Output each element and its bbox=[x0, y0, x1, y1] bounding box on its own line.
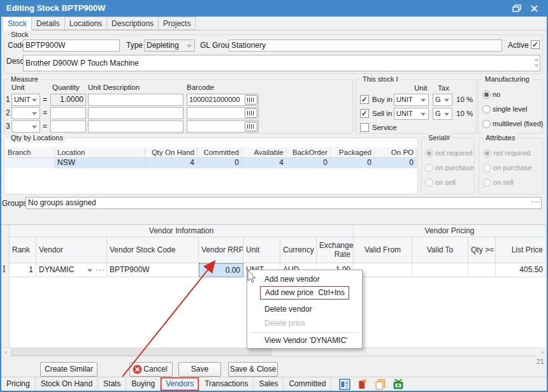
attributes-on-purchase-radio bbox=[483, 164, 491, 172]
tab-buying[interactable]: Buying bbox=[126, 377, 161, 391]
save-button[interactable]: Save bbox=[178, 362, 221, 377]
tab-details[interactable]: Details bbox=[32, 17, 65, 30]
menu-item-delete-vendor[interactable]: Delete vendor bbox=[247, 303, 361, 316]
manufacturing-single-level-label: single level bbox=[493, 105, 527, 113]
measure-quantity-header: Quantity bbox=[52, 83, 80, 91]
barcode-icon[interactable] bbox=[245, 95, 257, 105]
measure-quantity-field-3[interactable] bbox=[50, 120, 86, 133]
buy-in-checkbox[interactable]: ✓ bbox=[360, 95, 369, 104]
col-vendor: Vendor bbox=[36, 237, 107, 263]
vendor-row-rrp-selected-cell[interactable]: 0.00 bbox=[199, 263, 243, 277]
restore-window-icon[interactable] bbox=[512, 4, 521, 12]
cell-committed[interactable]: 0 bbox=[198, 158, 242, 168]
desc-field[interactable]: Brother D900W P Touch Machine bbox=[23, 55, 540, 71]
window-title: Editing Stock BPTP900W bbox=[6, 3, 105, 13]
menu-item-add-new-vendor[interactable]: Add new vendor bbox=[247, 273, 361, 286]
cell-location[interactable]: NSW bbox=[55, 158, 145, 168]
vendor-row-valid-to[interactable] bbox=[412, 263, 468, 277]
groups-field[interactable]: No groups assigned bbox=[25, 197, 542, 209]
tab-locations[interactable]: Locations bbox=[65, 17, 107, 30]
context-menu: Add new vendor Add new price Ctrl+Ins De… bbox=[247, 270, 363, 349]
scroll-left-icon[interactable]: ‹ bbox=[1, 348, 10, 356]
manufacturing-multilevel-radio[interactable] bbox=[482, 120, 491, 128]
vendor-more-icon[interactable]: ··· bbox=[96, 263, 105, 276]
type-select: Depleting bbox=[144, 40, 195, 52]
attributes-on-purchase-label: on purchase bbox=[493, 164, 532, 171]
measure-unit-select-3[interactable] bbox=[11, 120, 40, 133]
measure-unit-select-1[interactable]: UNIT bbox=[11, 94, 40, 106]
cell-branch[interactable] bbox=[5, 158, 55, 168]
tab-pricing[interactable]: Pricing bbox=[1, 377, 36, 391]
top-tab-strip: Stock Details Locations Descriptions Pro… bbox=[1, 17, 547, 31]
col-currency: Currency bbox=[280, 237, 317, 263]
cell-qty-on-hand[interactable]: 4 bbox=[145, 158, 198, 168]
gift-money-icon[interactable] bbox=[393, 379, 404, 390]
chevron-down-icon[interactable] bbox=[87, 269, 92, 272]
measure-unit-description-header: Unit Description bbox=[88, 83, 140, 91]
vendor-row-rank[interactable]: 1 bbox=[10, 263, 36, 277]
tab-transactions[interactable]: Transactions bbox=[199, 377, 254, 391]
manufacturing-no-radio[interactable] bbox=[482, 91, 491, 99]
measure-group-label: Measure bbox=[9, 75, 40, 84]
buy-tax-select[interactable]: G bbox=[433, 94, 452, 106]
serial-on-sell-label: on sell bbox=[435, 178, 456, 186]
sell-in-checkbox[interactable]: ✓ bbox=[360, 109, 369, 118]
menu-item-view-vendor[interactable]: View Vendor 'DYNAMIC' bbox=[247, 334, 361, 347]
tab-projects[interactable]: Projects bbox=[159, 17, 196, 30]
chevron-down-icon bbox=[187, 45, 192, 48]
vendor-row-qty-ge[interactable] bbox=[468, 263, 496, 277]
desc-scroll-down-icon[interactable] bbox=[534, 64, 539, 68]
attributes-on-sell-label: on sell bbox=[493, 178, 514, 186]
barcode-icon[interactable] bbox=[245, 122, 257, 131]
active-checkbox[interactable]: ✓ bbox=[531, 40, 540, 49]
manufacturing-single-level-radio[interactable] bbox=[482, 105, 491, 113]
menu-item-add-new-price[interactable]: Add new price Ctrl+Ins bbox=[260, 286, 349, 300]
row-indicator-column bbox=[1, 225, 10, 347]
measure-unit-select-2[interactable] bbox=[11, 107, 40, 119]
vendor-row-stock-code[interactable]: BPTP900W bbox=[107, 263, 199, 277]
cancel-button[interactable]: Cancel bbox=[129, 362, 173, 377]
col-branch: Branch bbox=[5, 147, 55, 158]
groups-more-icon[interactable]: ··· bbox=[531, 197, 541, 206]
save-close-button[interactable]: Save & Close bbox=[228, 362, 278, 377]
desc-scroll-up-icon[interactable] bbox=[534, 58, 539, 61]
code-field[interactable]: BPTP900W bbox=[23, 40, 120, 52]
tab-vendors[interactable]: Vendors bbox=[161, 377, 199, 391]
measure-quantity-field-1: 1.0000 bbox=[50, 94, 86, 106]
measure-unit-description-field-3[interactable] bbox=[88, 120, 184, 133]
cell-available[interactable]: 4 bbox=[242, 158, 287, 168]
measure-unit-description-field-2[interactable] bbox=[88, 107, 184, 119]
copy-pages-icon[interactable] bbox=[375, 379, 386, 390]
serial-not-required-radio bbox=[425, 149, 433, 157]
this-stock-group-label: This stock I bbox=[361, 75, 400, 84]
manufacturing-no-label: no bbox=[493, 91, 500, 98]
cell-packaged[interactable]: 0 bbox=[331, 158, 375, 168]
vendor-row-vendor[interactable]: DYNAMIC ··· bbox=[36, 263, 107, 277]
chevron-down-icon bbox=[32, 99, 37, 102]
tab-stock[interactable]: Stock bbox=[3, 17, 32, 31]
tab-descriptions[interactable]: Descriptions bbox=[107, 17, 159, 30]
groups-label: Groups bbox=[2, 199, 27, 208]
tab-stats[interactable]: Stats bbox=[98, 377, 126, 391]
cell-on-po[interactable]: 0 bbox=[375, 158, 417, 168]
scroll-right-icon[interactable]: › bbox=[538, 348, 547, 356]
sell-tax-select[interactable]: G bbox=[433, 108, 452, 120]
cell-backorder[interactable]: 0 bbox=[287, 158, 331, 168]
service-checkbox[interactable] bbox=[360, 123, 369, 132]
tab-stock-on-hand[interactable]: Stock On Hand bbox=[36, 377, 98, 391]
measure-quantity-field-2[interactable] bbox=[50, 107, 86, 119]
buy-unit-select[interactable]: UNIT bbox=[394, 94, 429, 106]
measure-unit-description-field-1[interactable] bbox=[88, 94, 184, 106]
scrollbar-thumb[interactable] bbox=[11, 349, 272, 356]
close-icon[interactable] bbox=[531, 5, 538, 12]
catalog-book-icon[interactable] bbox=[357, 379, 368, 390]
tab-sales[interactable]: Sales bbox=[254, 377, 284, 391]
create-similar-button[interactable]: Create Similar bbox=[40, 362, 97, 377]
report-icon[interactable] bbox=[339, 379, 350, 390]
tab-committed[interactable]: Committed bbox=[284, 377, 331, 391]
sell-unit-select[interactable]: UNIT bbox=[394, 108, 429, 120]
barcode-icon[interactable] bbox=[245, 108, 257, 118]
col-vendor-rrp: Vendor RRP bbox=[199, 237, 243, 263]
vendor-row-list-price[interactable]: 405.50 bbox=[496, 263, 546, 277]
gl-group-field[interactable]: Stationery bbox=[229, 40, 502, 52]
